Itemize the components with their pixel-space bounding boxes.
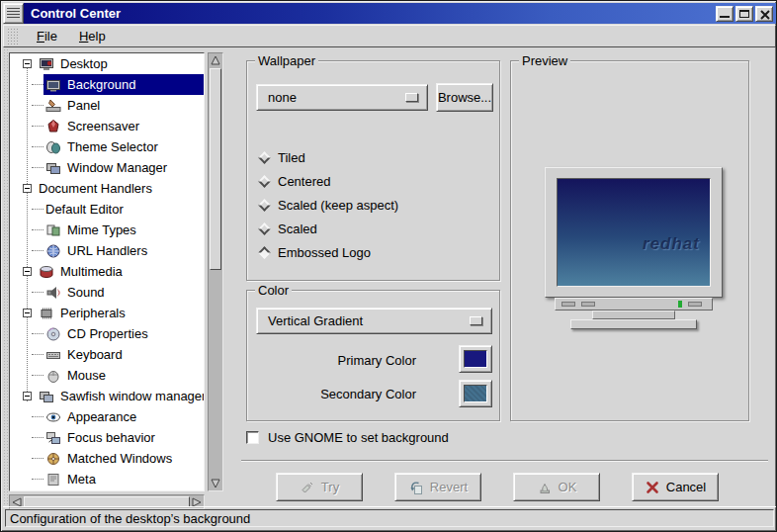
maximize-icon bbox=[739, 10, 749, 18]
secondary-color-swatch bbox=[464, 385, 487, 402]
minimize-button[interactable] bbox=[716, 6, 734, 22]
browse-button[interactable]: Browse... bbox=[436, 83, 493, 112]
tree-item-mouse[interactable]: Mouse bbox=[10, 365, 204, 386]
tree-item-label: Keyboard bbox=[67, 347, 123, 362]
tree-item-url-handlers[interactable]: URL Handlers bbox=[10, 240, 204, 261]
radio-label: Scaled (keep aspect) bbox=[278, 198, 398, 213]
tree-item-label: Theme Selector bbox=[67, 139, 158, 154]
compass-icon bbox=[45, 451, 62, 467]
tree-expander-icon[interactable] bbox=[23, 59, 32, 68]
panel-icon bbox=[45, 98, 62, 114]
tree-item-label: Peripherals bbox=[60, 306, 126, 320]
redhat-embossed-logo: redhat bbox=[643, 234, 700, 254]
primary-color-label: Primary Color bbox=[256, 353, 416, 368]
menu-file[interactable]: File bbox=[26, 27, 68, 45]
secondary-color-button[interactable] bbox=[459, 380, 492, 407]
tree-item-matched-windows[interactable]: Matched Windows bbox=[10, 448, 204, 469]
tree-item-mime-types[interactable]: Mime Types bbox=[10, 220, 204, 240]
tree-item-meta[interactable]: Meta bbox=[10, 469, 204, 489]
tree-branch-line bbox=[32, 209, 43, 210]
radio-scaled[interactable]: Scaled bbox=[258, 221, 317, 236]
cancel-button[interactable]: Cancel bbox=[632, 473, 719, 501]
tree-item-sound[interactable]: Sound bbox=[10, 282, 204, 303]
scroll-up-arrow-icon[interactable] bbox=[209, 53, 222, 67]
use-gnome-checkbox-row[interactable]: Use GNOME to set background bbox=[246, 430, 449, 445]
tree-item-theme-selector[interactable]: Theme Selector bbox=[10, 136, 204, 157]
tree-expander-icon[interactable] bbox=[23, 392, 32, 400]
settings-tree: DesktopBackgroundPanelScreensaverTheme S… bbox=[9, 52, 205, 491]
revert-button[interactable]: Revert bbox=[394, 473, 481, 501]
radio-centered[interactable]: Centered bbox=[258, 173, 330, 189]
tree-item-keyboard[interactable]: Keyboard bbox=[10, 344, 204, 365]
tree-item-label: Sound bbox=[67, 285, 105, 300]
sawfish-icon bbox=[39, 389, 55, 404]
try-icon bbox=[300, 480, 315, 495]
try-button-label: Try bbox=[321, 480, 339, 494]
window-menu-button[interactable] bbox=[3, 3, 24, 24]
wallpaper-file-dropdown[interactable]: none bbox=[256, 84, 428, 111]
tree-expander-icon[interactable] bbox=[23, 184, 32, 193]
tree-item-label: CD Properties bbox=[67, 326, 148, 341]
scroll-down-arrow-icon[interactable] bbox=[209, 477, 222, 490]
ok-icon bbox=[537, 480, 553, 495]
keyboard-icon bbox=[45, 347, 62, 363]
tree-item-label: Mouse bbox=[67, 368, 106, 383]
browse-button-label: Browse... bbox=[438, 90, 491, 105]
tree-item-screensaver[interactable]: Screensaver bbox=[10, 116, 204, 136]
tree-branch-line bbox=[32, 167, 43, 168]
radio-label: Tiled bbox=[278, 150, 305, 165]
menubar-grip-handle[interactable] bbox=[7, 28, 18, 44]
tree-branch-line bbox=[32, 479, 43, 480]
vertical-scrollbar-thumb[interactable] bbox=[210, 68, 221, 270]
tree-branch-line bbox=[32, 229, 43, 230]
revert-icon bbox=[408, 480, 424, 495]
tree-item-focus-behavior[interactable]: Focus behavior bbox=[10, 427, 204, 448]
tree-branch-line bbox=[32, 333, 43, 334]
radio-embossed-logo[interactable]: Embossed Logo bbox=[258, 244, 371, 260]
desktop-icon bbox=[39, 56, 55, 72]
radio-tiled[interactable]: Tiled bbox=[258, 149, 305, 165]
try-button[interactable]: Try bbox=[276, 473, 363, 501]
tree-item-sawfish-window-manager[interactable]: Sawfish window manager bbox=[10, 386, 204, 406]
ok-button[interactable]: OK bbox=[513, 473, 600, 501]
tree-item-appearance[interactable]: Appearance bbox=[10, 406, 204, 427]
radio-scaled-keep-aspect[interactable]: Scaled (keep aspect) bbox=[258, 197, 398, 213]
cancel-x-icon bbox=[645, 480, 660, 495]
speaker-icon bbox=[45, 285, 62, 301]
tree-branch-line bbox=[32, 416, 43, 417]
tree-branch-line bbox=[32, 250, 43, 251]
close-button[interactable] bbox=[755, 6, 773, 22]
gradient-type-dropdown[interactable]: Vertical Gradient bbox=[256, 308, 492, 334]
tree-item-peripherals[interactable]: Peripherals bbox=[10, 303, 204, 323]
tree-item-cd-properties[interactable]: CD Properties bbox=[10, 323, 204, 344]
menu-help[interactable]: Help bbox=[68, 27, 117, 45]
tree-item-window-manager[interactable]: Window Manager bbox=[10, 157, 204, 178]
tree-item-multimedia[interactable]: Multimedia bbox=[10, 261, 204, 282]
tree-item-default-editor[interactable]: Default Editor bbox=[10, 199, 204, 220]
tree-branch-line bbox=[32, 84, 43, 85]
mime-types-icon bbox=[45, 222, 62, 238]
tree-item-background[interactable]: Background bbox=[10, 74, 204, 95]
wallpaper-file-value: none bbox=[268, 90, 297, 105]
tree-item-panel[interactable]: Panel bbox=[10, 95, 204, 116]
tree-vertical-scrollbar[interactable] bbox=[208, 52, 223, 491]
tree-item-label: Default Editor bbox=[45, 202, 124, 217]
ok-button-label: OK bbox=[559, 480, 577, 494]
use-gnome-checkbox[interactable] bbox=[246, 431, 259, 444]
primary-color-button[interactable] bbox=[459, 345, 492, 373]
drum-icon bbox=[39, 264, 55, 280]
tree-expander-icon[interactable] bbox=[23, 267, 32, 276]
monitor-button-icon bbox=[561, 302, 575, 307]
monitor-control-strip bbox=[555, 298, 713, 310]
revert-button-label: Revert bbox=[430, 480, 468, 494]
tree-item-desktop[interactable]: Desktop bbox=[10, 53, 204, 74]
tree-item-label: Mime Types bbox=[67, 222, 136, 237]
wallpaper-frame-label: Wallpaper bbox=[255, 53, 318, 68]
primary-color-swatch bbox=[464, 350, 487, 368]
theme-masks-icon bbox=[45, 139, 62, 155]
tree-item-label: Sawfish window manager bbox=[60, 389, 205, 403]
maximize-button[interactable] bbox=[735, 6, 753, 22]
preview-monitor-screen: redhat bbox=[557, 178, 711, 287]
tree-item-document-handlers[interactable]: Document Handlers bbox=[10, 178, 204, 199]
tree-expander-icon[interactable] bbox=[23, 309, 32, 317]
